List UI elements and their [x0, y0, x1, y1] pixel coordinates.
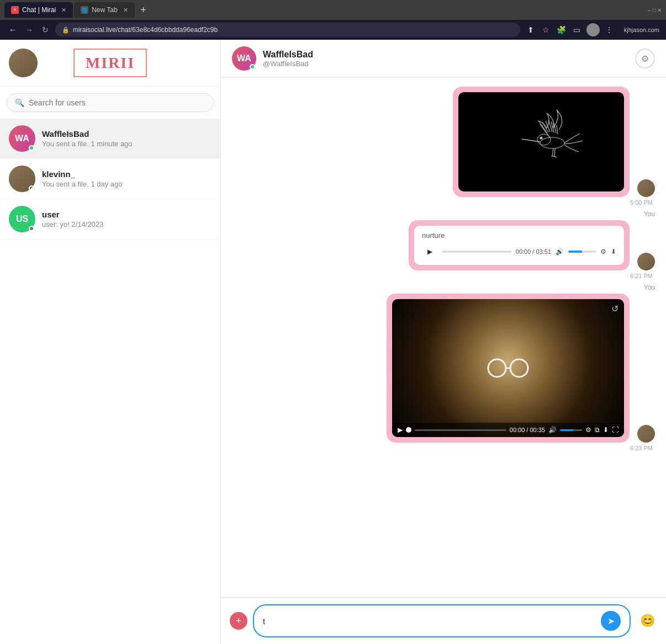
search-input[interactable] — [29, 98, 205, 107]
video-download-icon[interactable]: ⬇ — [603, 426, 609, 434]
tab-close-chat[interactable]: ✕ — [61, 7, 66, 14]
conv-avatar-klevinn — [9, 166, 35, 192]
chat-area: WA WaffleIsBad @WaffleIsBad ⚙ — [221, 40, 666, 644]
message-with-avatar-1 — [232, 87, 655, 197]
attach-button[interactable]: + — [230, 612, 247, 630]
conversation-item-klevinn[interactable]: klevinn_ You sent a file. 1 day ago — [0, 159, 220, 199]
audio-volume-bar[interactable] — [568, 251, 596, 253]
tab-label-newtab: New Tab — [92, 6, 117, 14]
chat-online-indicator — [250, 64, 255, 70]
emoji-button[interactable]: 😊 — [637, 611, 657, 631]
message-with-avatar-3: ↺ ▶ 00:00 / 00:35 🔊 — [232, 294, 655, 443]
video-scrubber-dot — [406, 427, 411, 433]
tab-favicon-chat: ✦ — [11, 6, 19, 14]
search-bar[interactable]: 🔍 — [7, 93, 214, 112]
bookmark-icon[interactable]: ☆ — [540, 24, 552, 36]
window-controls: – □ ✕ — [648, 7, 662, 13]
conversation-item-user[interactable]: US user user: yo! 2/14/2023 — [0, 199, 220, 239]
message-bubble-video1 — [453, 87, 630, 197]
chat-header: WA WaffleIsBad @WaffleIsBad ⚙ — [221, 40, 666, 78]
message-label-audio: You — [232, 210, 655, 218]
video-progress-bar[interactable] — [415, 429, 506, 431]
url-text: miraisocial.live/chat/63e8c4d6cbbdda96ea… — [73, 26, 218, 34]
audio-speaker-icon[interactable]: 🔊 — [556, 248, 564, 256]
extensions-icon[interactable]: 🧩 — [556, 24, 568, 36]
audio-settings-icon[interactable]: ⚙ — [600, 248, 606, 256]
video-time-display: 00:00 / 00:35 — [510, 427, 545, 433]
reload-button[interactable]: ↻ — [40, 23, 51, 36]
video-volume-bar[interactable] — [560, 429, 582, 431]
conversation-list: WA WaffleIsBad You sent a file. 1 minute… — [0, 119, 220, 644]
audio-progress-bar[interactable] — [442, 251, 511, 253]
audio-play-button[interactable]: ▶ — [422, 244, 437, 259]
video-play-button[interactable]: ▶ — [398, 426, 403, 434]
new-tab-button[interactable]: + — [136, 2, 151, 18]
chat-header-info: WA WaffleIsBad @WaffleIsBad — [232, 46, 313, 71]
video-controls: ▶ 00:00 / 00:35 🔊 ⚙ ⧉ ⬇ — [392, 423, 624, 437]
user-avatar-sidebar[interactable] — [9, 49, 38, 77]
audio-download-icon[interactable]: ⬇ — [611, 248, 616, 256]
conv-preview-waffles: You sent a file. 1 minute ago — [42, 140, 212, 148]
toolbar-icons: ⬆ ☆ 🧩 ▭ ⋮ — [525, 23, 615, 36]
online-dot-waffles — [29, 145, 34, 151]
message-bubble-video2: ↺ ▶ 00:00 / 00:35 🔊 — [387, 294, 630, 443]
sidebar-header: MIRII — [0, 40, 220, 87]
video-external-icon[interactable]: ⧉ — [595, 426, 600, 434]
video-settings-icon[interactable]: ⚙ — [585, 426, 591, 434]
replay-icon[interactable]: ↺ — [611, 304, 619, 314]
message-label-video2: You — [232, 284, 655, 291]
chat-header-avatar: WA — [232, 46, 256, 71]
chat-settings-button[interactable]: ⚙ — [635, 49, 655, 68]
recipient-avatar-1 — [637, 179, 655, 197]
timestamp-3: 6:23 PM — [232, 445, 653, 451]
sidebar: MIRII 🔍 WA WaffleIsBad You sent a file. … — [0, 40, 221, 644]
send-button[interactable]: ➤ — [601, 611, 621, 631]
tab-close-newtab[interactable]: ✕ — [123, 7, 128, 14]
menu-icon[interactable]: ⋮ — [603, 24, 615, 36]
bird-image — [458, 92, 624, 191]
message-input-area: + ➤ 😊 — [221, 597, 666, 644]
lock-icon: 🔒 — [62, 26, 70, 34]
site-label: kjhjason.com — [624, 26, 659, 33]
message-row-video2: You ↺ — [232, 284, 655, 451]
browser-user-avatar[interactable] — [586, 23, 600, 36]
back-button[interactable]: ← — [7, 23, 19, 36]
forward-button[interactable]: → — [23, 23, 35, 36]
share-icon[interactable]: ⬆ — [525, 24, 537, 36]
chat-header-name: WaffleIsBad — [263, 50, 313, 60]
video-player-2: ↺ ▶ 00:00 / 00:35 🔊 — [392, 299, 624, 437]
timestamp-2: 6:21 PM — [232, 273, 653, 279]
tab-favicon-newtab: 🌐 — [81, 6, 88, 14]
gear-icon: ⚙ — [641, 54, 649, 64]
messages-container: 5:00 PM You nurture ▶ 00:00 / 03:51 — [221, 78, 666, 597]
video-fullscreen-icon[interactable]: ⛶ — [612, 426, 619, 434]
app-container: MIRII 🔍 WA WaffleIsBad You sent a file. … — [0, 40, 666, 644]
audio-player: nurture ▶ 00:00 / 03:51 🔊 ⚙ ⬇ — [414, 226, 624, 265]
conv-name-klevinn: klevinn_ — [42, 169, 212, 179]
sidebar-toggle-icon[interactable]: ▭ — [571, 24, 583, 36]
url-box[interactable]: 🔒 miraisocial.live/chat/63e8c4d6cbbdda96… — [55, 23, 520, 37]
audio-controls: ▶ 00:00 / 03:51 🔊 ⚙ ⬇ — [422, 244, 616, 259]
video-speaker-icon[interactable]: 🔊 — [548, 426, 557, 434]
conv-info-user: user user: yo! 2/14/2023 — [42, 210, 212, 228]
send-icon: ➤ — [607, 616, 615, 626]
browser-chrome: ✦ Chat | Mirai ✕ 🌐 New Tab ✕ + – □ ✕ ← →… — [0, 0, 666, 40]
svg-rect-0 — [458, 98, 624, 186]
audio-title: nurture — [422, 231, 616, 239]
svg-point-4 — [540, 137, 542, 139]
svg-point-5 — [488, 359, 506, 377]
tab-chat[interactable]: ✦ Chat | Mirai ✕ — [4, 2, 73, 18]
search-icon: 🔍 — [15, 98, 24, 107]
online-dot-klevinn — [29, 185, 34, 191]
bird-svg — [458, 98, 624, 186]
video-icon-svg — [486, 354, 530, 382]
chat-header-username: @WaffleIsBad — [263, 60, 313, 68]
conv-preview-user: user: yo! 2/14/2023 — [42, 220, 212, 228]
conversation-item-waffles[interactable]: WA WaffleIsBad You sent a file. 1 minute… — [0, 119, 220, 159]
recipient-avatar-3 — [637, 425, 655, 443]
mirai-logo: MIRII — [73, 49, 147, 77]
svg-point-6 — [510, 359, 528, 377]
message-input[interactable] — [263, 616, 598, 626]
tab-newtab[interactable]: 🌐 New Tab ✕ — [74, 2, 134, 18]
message-row-video1: 5:00 PM — [232, 87, 655, 206]
